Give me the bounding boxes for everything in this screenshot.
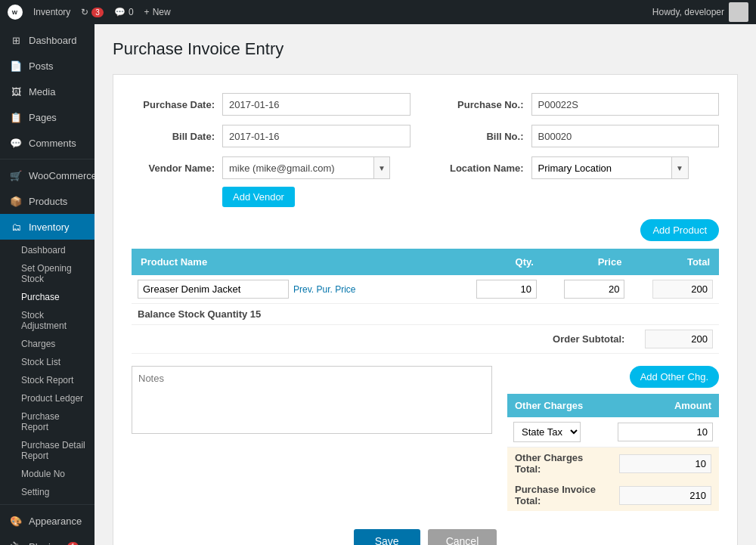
sidebar-sub-inv-dashboard[interactable]: Dashboard [0, 241, 94, 259]
sidebar-item-media[interactable]: 🖼 Media [0, 79, 94, 104]
sidebar-item-posts[interactable]: 📄 Posts [0, 53, 94, 79]
col-qty: Qty. [454, 249, 543, 275]
col-product-name: Product Name [132, 249, 454, 275]
sidebar-sub-stock-adjustment[interactable]: Stock Adjustment [0, 306, 94, 335]
sidebar-item-pages[interactable]: 📋 Pages [0, 104, 94, 130]
woocommerce-icon: 🛒 [9, 169, 23, 182]
posts-icon: 📄 [9, 59, 23, 73]
location-name-label: Location Name: [441, 163, 524, 174]
sidebar-item-label: Comments [29, 138, 76, 149]
col-price: Price [543, 249, 631, 275]
charge-row: State Tax [507, 417, 719, 447]
add-vendor-button[interactable]: Add Vendor [222, 187, 295, 207]
product-name-wrap: Prev. Pur. Price [138, 280, 448, 299]
balance-text: Balance Stock Quantity 15 [132, 304, 719, 325]
sidebar-sub-module-no[interactable]: Module No [0, 465, 94, 483]
invoice-card: Purchase Date: Bill Date: Vendor Name: ▼ [113, 74, 738, 545]
bill-no-input[interactable] [531, 125, 720, 147]
dashboard-icon: ⊞ [9, 33, 23, 47]
balance-row: Balance Stock Quantity 15 [132, 304, 719, 325]
save-button[interactable]: Save [354, 529, 420, 545]
comments-icon: 💬 [9, 136, 23, 150]
other-charges-total-input [619, 454, 711, 473]
charge-amount-cell [612, 417, 719, 447]
cancel-button[interactable]: Cancel [428, 529, 497, 545]
sidebar-sub-product-ledger[interactable]: Product Ledger [0, 389, 94, 407]
divider2 [0, 504, 94, 505]
sidebar-item-products[interactable]: 📦 Products [0, 188, 94, 214]
updates-link[interactable]: ↻ 3 [81, 7, 104, 17]
sidebar-item-dashboard[interactable]: ⊞ Dashboard [0, 27, 94, 53]
sidebar-item-label: Dashboard [29, 35, 77, 46]
product-name-input[interactable] [138, 280, 289, 299]
sidebar-sub-charges[interactable]: Charges [0, 335, 94, 353]
charges-table: Other Charges Amount State Tax [507, 394, 719, 511]
add-other-chg-button[interactable]: Add Other Chg. [630, 366, 719, 388]
sidebar-sub-purchase[interactable]: Purchase [0, 288, 94, 306]
new-link[interactable]: + New [144, 7, 171, 17]
wp-logo[interactable]: W [8, 5, 23, 20]
order-subtotal-label: Order Subtotal: [132, 325, 631, 354]
price-input[interactable] [564, 280, 624, 299]
other-charges-total-cell [612, 447, 719, 480]
qty-input[interactable] [476, 280, 537, 299]
sidebar-item-inventory[interactable]: 🗂 Inventory [0, 214, 94, 240]
sidebar-sub-setting[interactable]: Setting [0, 483, 94, 501]
site-name[interactable]: Inventory [33, 7, 70, 17]
location-input[interactable] [531, 156, 672, 179]
divider [0, 159, 94, 159]
purchase-no-input[interactable] [531, 93, 720, 116]
bill-date-label: Bill Date: [132, 131, 215, 142]
sidebar-item-woocommerce[interactable]: 🛒 WooCommerce [0, 163, 94, 188]
purchase-date-group: Purchase Date: [132, 93, 411, 116]
qty-cell [454, 275, 543, 304]
purchase-date-input[interactable] [222, 93, 411, 116]
sidebar-item-appearance[interactable]: 🎨 Appearance [0, 508, 94, 534]
top-bar: W Inventory ↻ 3 💬 0 + New Howdy, develop… [0, 0, 756, 24]
form-top-row: Purchase Date: Bill Date: Vendor Name: ▼ [132, 93, 719, 207]
location-select-arrow[interactable]: ▼ [672, 156, 689, 179]
purchase-no-label: Purchase No.: [441, 99, 524, 110]
page-title: Purchase Invoice Entry [113, 39, 738, 59]
sidebar-sub-purchase-detail[interactable]: Purchase Detail Report [0, 436, 94, 465]
sidebar-sub-purchase-report[interactable]: Purchase Report [0, 407, 94, 436]
vendor-select-arrow[interactable]: ▼ [373, 156, 390, 179]
comments-link[interactable]: 💬 0 [114, 7, 134, 17]
sidebar-sub-stock-list[interactable]: Stock List [0, 353, 94, 371]
bill-no-group: Bill No.: [441, 125, 720, 147]
sidebar-item-comments[interactable]: 💬 Comments [0, 130, 94, 156]
howdy-link[interactable]: Howdy, developer [652, 7, 724, 17]
comments-count: 0 [129, 7, 134, 17]
sidebar-item-label: Plugins [29, 541, 61, 546]
products-icon: 📦 [9, 194, 23, 208]
other-charges-total-label: Other Charges Total: [507, 447, 612, 480]
vendor-select-wrap: ▼ [222, 156, 390, 179]
charge-amount-input[interactable] [618, 423, 713, 441]
charges-section: Add Other Chg. Other Charges Amount [507, 366, 719, 511]
bill-date-input[interactable] [222, 125, 411, 147]
sidebar-item-label: Inventory [29, 221, 69, 233]
action-buttons: Save Cancel [132, 529, 719, 545]
pages-icon: 📋 [9, 110, 23, 124]
layout: ⊞ Dashboard 📄 Posts 🖼 Media 📋 Pages 💬 Co… [0, 24, 756, 545]
sidebar-sub-stock-report[interactable]: Stock Report [0, 371, 94, 389]
add-product-button[interactable]: Add Product [640, 219, 719, 241]
sidebar-item-label: Posts [29, 60, 54, 72]
charge-type-select[interactable]: State Tax [513, 422, 581, 442]
location-name-group: Location Name: ▼ [441, 156, 720, 179]
sidebar-sub-set-opening-stock[interactable]: Set Opening Stock [0, 259, 94, 288]
prev-pur-price-link[interactable]: Prev. Pur. Price [293, 284, 355, 295]
vendor-name-group: Vendor Name: ▼ [132, 156, 411, 179]
vendor-name-input[interactable] [222, 156, 373, 179]
sidebar-item-plugins[interactable]: 🔌 Plugins 1 [0, 534, 94, 545]
notes-textarea[interactable] [132, 366, 492, 434]
sidebar-item-label: Appearance [29, 516, 82, 527]
avatar [729, 2, 748, 22]
sidebar-item-label: WooCommerce [29, 170, 97, 181]
appearance-icon: 🎨 [9, 514, 23, 528]
updates-icon: ↻ [81, 7, 88, 17]
total-input [652, 280, 713, 299]
top-bar-left: W Inventory ↻ 3 💬 0 + New [8, 5, 171, 20]
invoice-total-row: Purchase Invoice Total: [507, 479, 719, 511]
plugins-badge: 1 [67, 542, 79, 546]
